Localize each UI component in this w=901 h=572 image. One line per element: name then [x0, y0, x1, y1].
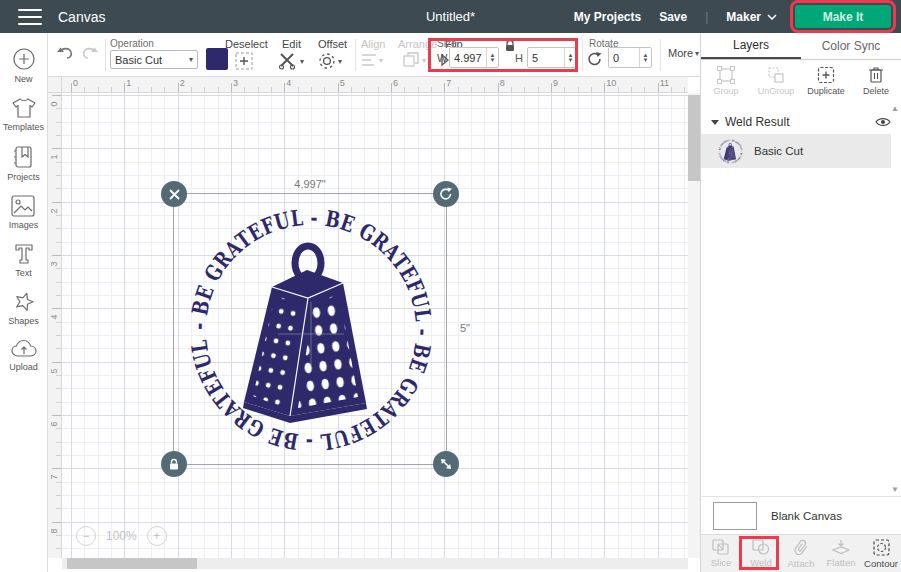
undo-button[interactable]: [56, 45, 75, 61]
expand-arrow-icon[interactable]: [711, 120, 719, 125]
layer-group-row[interactable]: Weld Result: [701, 110, 901, 134]
dropdown-arrow-icon: ▾: [422, 56, 426, 65]
arrange-button[interactable]: ▾: [403, 52, 426, 68]
v-ruler-number: 0: [49, 99, 59, 109]
lock-handle[interactable]: [161, 451, 187, 477]
edit-tools-icon: [278, 52, 298, 70]
close-icon: [169, 189, 180, 200]
layer-row-basic-cut[interactable]: Basic Cut: [701, 134, 891, 168]
trash-icon: [868, 66, 884, 84]
layer-name: Basic Cut: [754, 145, 803, 157]
upload-icon: [11, 339, 37, 359]
dropdown-arrow-icon: ▾: [300, 57, 304, 66]
width-stepper[interactable]: ▲▼: [486, 48, 498, 67]
more-button[interactable]: More ▾: [668, 47, 699, 59]
canvas-viewport[interactable]: 4.997" 5" − 100% +: [62, 93, 688, 558]
contour-button[interactable]: Contour: [861, 539, 901, 569]
slice-button[interactable]: Slice: [701, 539, 741, 568]
h-ruler-number: 5: [340, 78, 345, 88]
sidebar-item-images[interactable]: Images: [9, 195, 39, 230]
sidebar-item-new[interactable]: New: [12, 47, 36, 84]
ungroup-icon: [767, 66, 785, 84]
blank-canvas-row[interactable]: Blank Canvas: [701, 496, 901, 534]
arrange-label: Arrange: [398, 38, 437, 50]
rotate-icon[interactable]: [587, 51, 603, 67]
tab-layers[interactable]: Layers: [701, 33, 801, 59]
sidebar-item-templates[interactable]: Templates: [3, 97, 44, 132]
rotate-input[interactable]: [609, 48, 639, 67]
zoom-controls: − 100% +: [76, 526, 167, 546]
sidebar-item-upload[interactable]: Upload: [9, 339, 38, 372]
vertical-scrollbar[interactable]: [688, 93, 700, 558]
height-field[interactable]: ▲▼: [527, 47, 577, 68]
flatten-button[interactable]: Flatten: [821, 539, 861, 568]
lock-aspect-icon[interactable]: [503, 39, 517, 53]
align-label: Align: [361, 38, 385, 50]
zoom-in-button[interactable]: +: [147, 526, 167, 546]
offset-button[interactable]: ▾: [318, 52, 342, 70]
dropdown-arrow-icon: ▾: [379, 56, 383, 65]
edit-button[interactable]: ▾: [278, 52, 304, 70]
operation-select[interactable]: Basic Cut ▾: [110, 50, 198, 69]
menu-icon[interactable]: [18, 9, 42, 25]
rotate-field[interactable]: ▲▼: [608, 47, 652, 68]
weld-design[interactable]: [174, 194, 448, 466]
sidebar-item-projects[interactable]: Projects: [7, 145, 40, 182]
sidebar-item-text[interactable]: Text: [13, 243, 35, 278]
make-it-button[interactable]: Make It: [795, 5, 891, 28]
color-swatch[interactable]: [206, 48, 228, 70]
sidebar-item-shapes[interactable]: Shapes: [8, 291, 39, 326]
resize-handle[interactable]: [433, 451, 459, 477]
selection-box[interactable]: 4.997" 5": [173, 193, 447, 465]
delete-button[interactable]: Delete: [851, 66, 901, 96]
new-icon: [12, 47, 36, 71]
top-bar: Canvas Untitled* My Projects Save | Make…: [0, 0, 901, 33]
duplicate-button[interactable]: Duplicate: [801, 66, 851, 96]
tab-color-sync[interactable]: Color Sync: [801, 33, 901, 59]
chevron-down-icon: [767, 14, 777, 20]
edit-label: Edit: [282, 38, 301, 50]
blank-canvas-swatch[interactable]: [713, 502, 757, 530]
height-stepper[interactable]: ▲▼: [564, 48, 576, 67]
delete-handle[interactable]: [161, 181, 187, 207]
group-button[interactable]: Group: [701, 66, 751, 96]
vertical-scrollbar-thumb[interactable]: [688, 95, 700, 181]
deselect-icon: [235, 52, 253, 70]
width-field[interactable]: ▲▼: [449, 47, 499, 68]
visibility-eye-icon[interactable]: [875, 117, 891, 127]
horizontal-scrollbar[interactable]: [62, 558, 688, 569]
h-ruler-number: 0: [73, 78, 78, 88]
rotate-handle[interactable]: [433, 181, 459, 207]
v-ruler-number: 4: [49, 312, 59, 322]
slice-icon: [712, 539, 730, 555]
h-ruler-number: 9: [553, 78, 558, 88]
redo-icon: [80, 45, 99, 61]
offset-icon: [318, 52, 336, 70]
panel-scrollbar[interactable]: ▲ ▼: [891, 104, 899, 494]
selection-width-label: 4.997": [174, 178, 446, 190]
redo-button[interactable]: [80, 45, 99, 61]
edit-toolbar: Operation Basic Cut ▾ Deselect Edit ▾ Of…: [48, 33, 700, 77]
deselect-button[interactable]: [235, 52, 253, 70]
zoom-level: 100%: [106, 529, 137, 543]
align-button[interactable]: ▾: [361, 53, 383, 67]
flatten-icon: [832, 539, 850, 555]
ungroup-button[interactable]: UnGroup: [751, 66, 801, 96]
layers-list: Weld Result Basic Cut ▲ ▼: [701, 102, 901, 496]
horizontal-scrollbar-thumb[interactable]: [67, 558, 197, 569]
scroll-up-icon[interactable]: ▲: [891, 104, 899, 113]
rotate-stepper[interactable]: ▲▼: [639, 48, 651, 67]
width-input[interactable]: [450, 48, 486, 67]
attach-button[interactable]: Attach: [781, 539, 821, 569]
save-link[interactable]: Save: [659, 10, 687, 24]
projects-icon: [12, 145, 34, 169]
machine-selector[interactable]: Maker: [726, 10, 777, 24]
height-input[interactable]: [528, 48, 564, 67]
machine-label: Maker: [726, 10, 761, 24]
layer-tools-bar: Slice Weld Attach Flatten Contour: [701, 534, 901, 572]
zoom-out-button[interactable]: −: [76, 526, 96, 546]
my-projects-link[interactable]: My Projects: [574, 10, 641, 24]
contour-icon: [873, 539, 890, 556]
weld-button[interactable]: Weld: [741, 539, 781, 568]
scroll-down-icon[interactable]: ▼: [891, 485, 899, 494]
